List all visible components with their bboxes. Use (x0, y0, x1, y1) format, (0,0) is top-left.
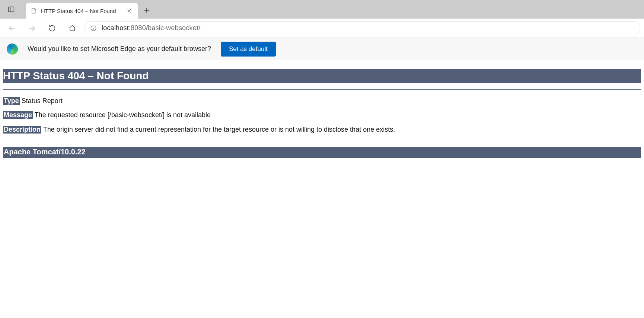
page-favicon-icon (31, 7, 37, 14)
error-message-line: Message The requested resource [/basic-w… (3, 110, 641, 119)
url-host: localhost (102, 24, 129, 32)
error-type-label: Type (3, 97, 20, 105)
url-text: localhost:8080/basic-websocket/ (102, 24, 200, 32)
default-browser-infobar: Would you like to set Microsoft Edge as … (0, 38, 644, 60)
divider (3, 89, 641, 90)
tab-bar: HTTP Status 404 – Not Found (0, 0, 644, 19)
error-description-value: The origin server did not find a current… (41, 126, 395, 133)
close-tab-button[interactable] (125, 7, 133, 15)
error-heading: HTTP Status 404 – Not Found (3, 69, 641, 83)
set-default-button[interactable]: Set as default (221, 42, 276, 57)
error-message-value: The requested resource [/basic-websocket… (33, 111, 211, 119)
nav-toolbar: localhost:8080/basic-websocket/ (0, 19, 644, 38)
home-button[interactable] (64, 21, 80, 36)
divider (3, 140, 641, 140)
edge-logo-icon (7, 44, 18, 55)
url-path: :8080/basic-websocket/ (129, 24, 201, 32)
browser-tab[interactable]: HTTP Status 404 – Not Found (26, 3, 138, 19)
error-description-label: Description (3, 126, 41, 134)
tab-actions-button[interactable] (3, 2, 19, 17)
error-type-line: Type Status Report (3, 96, 641, 105)
error-description-line: Description The origin server did not fi… (3, 125, 641, 134)
site-info-icon[interactable] (90, 25, 97, 32)
server-signature: Apache Tomcat/10.0.22 (3, 147, 641, 158)
forward-button[interactable] (24, 21, 40, 36)
error-type-value: Status Report (20, 97, 63, 105)
new-tab-button[interactable] (139, 3, 154, 18)
address-bar[interactable]: localhost:8080/basic-websocket/ (84, 21, 640, 35)
tab-title: HTTP Status 404 – Not Found (41, 8, 121, 14)
svg-point-10 (93, 27, 93, 27)
svg-rect-0 (9, 7, 14, 12)
back-button[interactable] (4, 21, 20, 36)
error-message-label: Message (3, 111, 33, 119)
page-content: HTTP Status 404 – Not Found Type Status … (0, 60, 644, 161)
refresh-button[interactable] (44, 21, 60, 36)
infobar-message: Would you like to set Microsoft Edge as … (28, 45, 211, 53)
